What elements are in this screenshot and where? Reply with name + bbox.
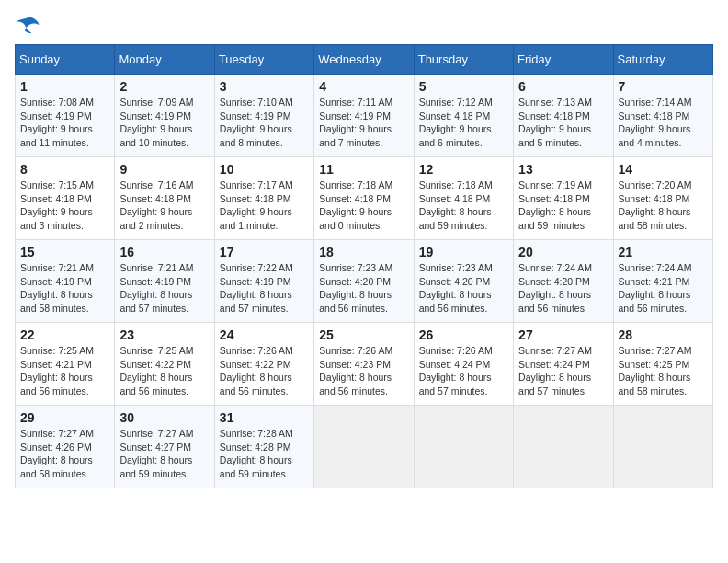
weekday-header-sunday: Sunday (16, 45, 115, 75)
calendar-cell: 28 Sunrise: 7:27 AM Sunset: 4:25 PM Dayl… (613, 323, 712, 406)
calendar-cell: 19 Sunrise: 7:23 AM Sunset: 4:20 PM Dayl… (414, 240, 513, 323)
day-number: 30 (119, 410, 209, 425)
calendar-cell: 26 Sunrise: 7:26 AM Sunset: 4:24 PM Dayl… (414, 323, 513, 406)
calendar-cell: 9 Sunrise: 7:16 AM Sunset: 4:18 PM Dayli… (115, 157, 214, 240)
day-number: 5 (419, 79, 508, 94)
cell-info: Sunrise: 7:24 AM Sunset: 4:21 PM Dayligh… (619, 261, 708, 316)
cell-info: Sunrise: 7:26 AM Sunset: 4:22 PM Dayligh… (220, 344, 309, 398)
calendar-cell: 22 Sunrise: 7:25 AM Sunset: 4:21 PM Dayl… (16, 323, 115, 406)
cell-info: Sunrise: 7:14 AM Sunset: 4:18 PM Dayligh… (619, 96, 708, 150)
calendar-cell: 13 Sunrise: 7:19 AM Sunset: 4:18 PM Dayl… (514, 157, 613, 240)
page-header (15, 15, 713, 35)
weekday-header-wednesday: Wednesday (314, 45, 414, 75)
cell-info: Sunrise: 7:10 AM Sunset: 4:19 PM Dayligh… (220, 96, 309, 150)
cell-info: Sunrise: 7:23 AM Sunset: 4:20 PM Dayligh… (319, 261, 408, 316)
weekday-header-monday: Monday (115, 45, 214, 75)
calendar-cell (613, 406, 712, 488)
day-number: 17 (220, 245, 309, 259)
calendar-cell: 8 Sunrise: 7:15 AM Sunset: 4:18 PM Dayli… (16, 157, 115, 240)
calendar-cell: 30 Sunrise: 7:27 AM Sunset: 4:27 PM Dayl… (115, 406, 214, 488)
day-number: 19 (419, 245, 508, 259)
day-number: 29 (20, 410, 109, 425)
cell-info: Sunrise: 7:16 AM Sunset: 4:18 PM Dayligh… (119, 178, 209, 233)
calendar-cell: 14 Sunrise: 7:20 AM Sunset: 4:18 PM Dayl… (613, 157, 712, 240)
cell-info: Sunrise: 7:15 AM Sunset: 4:18 PM Dayligh… (20, 178, 109, 233)
calendar-cell: 6 Sunrise: 7:13 AM Sunset: 4:18 PM Dayli… (514, 75, 613, 157)
logo-bird-icon (15, 15, 40, 35)
calendar-week-row: 22 Sunrise: 7:25 AM Sunset: 4:21 PM Dayl… (16, 323, 713, 406)
day-number: 27 (518, 327, 608, 342)
day-number: 23 (119, 327, 209, 342)
weekday-header-tuesday: Tuesday (214, 45, 313, 75)
calendar-cell: 12 Sunrise: 7:18 AM Sunset: 4:18 PM Dayl… (414, 157, 513, 240)
cell-info: Sunrise: 7:09 AM Sunset: 4:19 PM Dayligh… (119, 96, 209, 150)
weekday-header-saturday: Saturday (613, 45, 712, 75)
calendar-cell: 18 Sunrise: 7:23 AM Sunset: 4:20 PM Dayl… (314, 240, 414, 323)
calendar-cell: 25 Sunrise: 7:26 AM Sunset: 4:23 PM Dayl… (314, 323, 414, 406)
day-number: 18 (319, 245, 408, 259)
cell-info: Sunrise: 7:22 AM Sunset: 4:19 PM Dayligh… (220, 261, 309, 316)
cell-info: Sunrise: 7:26 AM Sunset: 4:23 PM Dayligh… (319, 344, 408, 398)
cell-info: Sunrise: 7:08 AM Sunset: 4:19 PM Dayligh… (20, 96, 109, 150)
cell-info: Sunrise: 7:23 AM Sunset: 4:20 PM Dayligh… (419, 261, 508, 316)
calendar-cell (314, 406, 414, 488)
calendar-cell (414, 406, 513, 488)
cell-info: Sunrise: 7:28 AM Sunset: 4:28 PM Dayligh… (220, 427, 309, 481)
day-number: 16 (119, 245, 209, 259)
day-number: 13 (518, 162, 608, 177)
calendar-cell: 27 Sunrise: 7:27 AM Sunset: 4:24 PM Dayl… (514, 323, 613, 406)
day-number: 1 (20, 79, 109, 94)
calendar-cell: 4 Sunrise: 7:11 AM Sunset: 4:19 PM Dayli… (314, 75, 414, 157)
calendar-cell: 7 Sunrise: 7:14 AM Sunset: 4:18 PM Dayli… (613, 75, 712, 157)
day-number: 6 (518, 79, 608, 94)
cell-info: Sunrise: 7:27 AM Sunset: 4:26 PM Dayligh… (20, 427, 109, 481)
day-number: 12 (419, 162, 508, 177)
cell-info: Sunrise: 7:24 AM Sunset: 4:20 PM Dayligh… (518, 261, 608, 316)
cell-info: Sunrise: 7:17 AM Sunset: 4:18 PM Dayligh… (220, 178, 309, 233)
day-number: 3 (220, 79, 309, 94)
calendar-cell: 1 Sunrise: 7:08 AM Sunset: 4:19 PM Dayli… (16, 75, 115, 157)
day-number: 28 (619, 327, 708, 342)
cell-info: Sunrise: 7:27 AM Sunset: 4:24 PM Dayligh… (518, 344, 608, 398)
calendar-table: SundayMondayTuesdayWednesdayThursdayFrid… (15, 44, 713, 488)
day-number: 14 (619, 162, 708, 177)
calendar-week-row: 1 Sunrise: 7:08 AM Sunset: 4:19 PM Dayli… (16, 75, 713, 157)
calendar-cell: 23 Sunrise: 7:25 AM Sunset: 4:22 PM Dayl… (115, 323, 214, 406)
calendar-cell: 24 Sunrise: 7:26 AM Sunset: 4:22 PM Dayl… (214, 323, 313, 406)
calendar-cell: 29 Sunrise: 7:27 AM Sunset: 4:26 PM Dayl… (16, 406, 115, 488)
day-number: 21 (619, 245, 708, 259)
calendar-week-row: 15 Sunrise: 7:21 AM Sunset: 4:19 PM Dayl… (16, 240, 713, 323)
cell-info: Sunrise: 7:11 AM Sunset: 4:19 PM Dayligh… (319, 96, 408, 150)
day-number: 11 (319, 162, 408, 177)
calendar-cell: 20 Sunrise: 7:24 AM Sunset: 4:20 PM Dayl… (514, 240, 613, 323)
day-number: 8 (20, 162, 109, 177)
cell-info: Sunrise: 7:12 AM Sunset: 4:18 PM Dayligh… (419, 96, 508, 150)
calendar-cell: 16 Sunrise: 7:21 AM Sunset: 4:19 PM Dayl… (115, 240, 214, 323)
day-number: 31 (220, 410, 309, 425)
calendar-cell: 10 Sunrise: 7:17 AM Sunset: 4:18 PM Dayl… (214, 157, 313, 240)
cell-info: Sunrise: 7:18 AM Sunset: 4:18 PM Dayligh… (319, 178, 408, 233)
calendar-header-row: SundayMondayTuesdayWednesdayThursdayFrid… (16, 45, 713, 75)
calendar-cell: 31 Sunrise: 7:28 AM Sunset: 4:28 PM Dayl… (214, 406, 313, 488)
day-number: 20 (518, 245, 608, 259)
day-number: 4 (319, 79, 408, 94)
calendar-cell (514, 406, 613, 488)
cell-info: Sunrise: 7:25 AM Sunset: 4:21 PM Dayligh… (20, 344, 109, 398)
calendar-week-row: 29 Sunrise: 7:27 AM Sunset: 4:26 PM Dayl… (16, 406, 713, 488)
logo (15, 15, 44, 35)
cell-info: Sunrise: 7:19 AM Sunset: 4:18 PM Dayligh… (518, 178, 608, 233)
day-number: 26 (419, 327, 508, 342)
cell-info: Sunrise: 7:20 AM Sunset: 4:18 PM Dayligh… (619, 178, 708, 233)
day-number: 24 (220, 327, 309, 342)
calendar-cell: 3 Sunrise: 7:10 AM Sunset: 4:19 PM Dayli… (214, 75, 313, 157)
weekday-header-thursday: Thursday (414, 45, 513, 75)
day-number: 15 (20, 245, 109, 259)
calendar-cell: 21 Sunrise: 7:24 AM Sunset: 4:21 PM Dayl… (613, 240, 712, 323)
calendar-cell: 15 Sunrise: 7:21 AM Sunset: 4:19 PM Dayl… (16, 240, 115, 323)
cell-info: Sunrise: 7:27 AM Sunset: 4:27 PM Dayligh… (119, 427, 209, 481)
cell-info: Sunrise: 7:27 AM Sunset: 4:25 PM Dayligh… (619, 344, 708, 398)
day-number: 7 (619, 79, 708, 94)
day-number: 22 (20, 327, 109, 342)
cell-info: Sunrise: 7:18 AM Sunset: 4:18 PM Dayligh… (419, 178, 508, 233)
calendar-week-row: 8 Sunrise: 7:15 AM Sunset: 4:18 PM Dayli… (16, 157, 713, 240)
